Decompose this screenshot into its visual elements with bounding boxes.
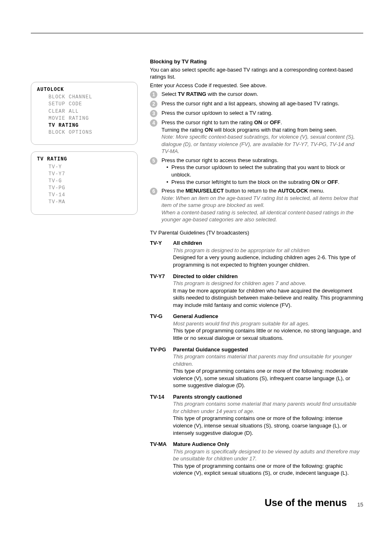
menu-item: TV-Y xyxy=(37,164,131,170)
step-6: 6 Press the MENU/SELECT button to return… xyxy=(150,187,363,223)
menu-tv-rating: TV RATING TV-Y TV-Y7 TV-G TV-PG TV-14 TV… xyxy=(31,151,138,214)
menu-item: TV-Y7 xyxy=(37,171,131,177)
step-number-icon: 4 xyxy=(150,119,157,127)
step-text: will block programs with that rating fro… xyxy=(213,127,337,133)
step-text: Press the cursor right to access these s… xyxy=(161,157,279,163)
bold-label: OFF xyxy=(270,119,281,125)
step-text: or xyxy=(262,119,270,125)
rating-body: Directed to older children This program … xyxy=(173,273,363,309)
step-number-icon: 5 xyxy=(150,157,157,165)
rating-code: TV-Y xyxy=(150,239,170,268)
rating-row: TV-PG Parental Guidance suggested This p… xyxy=(150,346,363,389)
step-text: button to return to the xyxy=(224,188,278,194)
menu-item: TV-G xyxy=(37,178,131,184)
rating-tagline: This program is designed to be appropria… xyxy=(173,247,363,254)
step-text: . xyxy=(281,119,282,125)
menu-item: BLOCK CHANNEL xyxy=(37,94,131,100)
step-text: or xyxy=(320,179,327,185)
rating-code: TV-Y7 xyxy=(150,273,170,309)
note-text: When a content-based rating is selected,… xyxy=(161,209,354,223)
bold-label: TV RATING xyxy=(178,91,206,97)
rating-heading: General Audience xyxy=(173,313,363,320)
step-text: Turning the rating xyxy=(161,127,205,133)
step-number-icon: 2 xyxy=(150,100,157,108)
top-rule xyxy=(31,33,363,33)
step-1: 1 Select TV RATING with the cursor down. xyxy=(150,91,363,98)
step-number-icon: 6 xyxy=(150,188,157,195)
step-body: Press the cursor right to access these s… xyxy=(161,157,363,186)
rating-row: TV-Y7 Directed to older children This pr… xyxy=(150,273,363,309)
step-number-icon: 1 xyxy=(150,91,157,98)
rating-code: TV-PG xyxy=(150,346,170,389)
page-columns: AUTOLOCK BLOCK CHANNEL SETUP CODE CLEAR … xyxy=(31,58,363,481)
menu-title: AUTOLOCK xyxy=(37,86,131,93)
sublist-item: Press the cursor up/down to select the s… xyxy=(167,164,363,178)
menu-autolock: AUTOLOCK BLOCK CHANNEL SETUP CODE CLEAR … xyxy=(31,82,138,145)
rating-row: TV-G General Audience Most parents would… xyxy=(150,313,363,341)
rating-body: Mature Audience Only This program is spe… xyxy=(173,441,363,477)
guidelines-heading: TV Parental Guidelines (TV broadcasters) xyxy=(150,229,363,237)
rating-body: Parents strongly cautioned This program … xyxy=(173,393,363,437)
step-body: Press the cursor up/down to select a TV … xyxy=(161,109,363,117)
step-4: 4 Press the cursor right to turn the rat… xyxy=(150,119,363,155)
rating-heading: Parents strongly cautioned xyxy=(173,393,363,401)
rating-heading: Directed to older children xyxy=(173,273,363,280)
rating-code: TV-14 xyxy=(150,393,170,437)
intro-text: Enter your Access Code if requested. See… xyxy=(150,82,363,89)
bold-label: ON xyxy=(254,119,262,125)
footer-title: Use of the menus xyxy=(265,496,347,509)
rating-code: TV-G xyxy=(150,313,170,341)
rating-heading: Mature Audience Only xyxy=(173,441,363,448)
rating-heading: All children xyxy=(173,239,363,247)
rating-tagline: This program contains some material that… xyxy=(173,400,363,415)
section-heading: Blocking by TV Rating xyxy=(150,58,363,65)
step-text: with the cursor down. xyxy=(206,91,258,97)
menu-item: SETUP CODE xyxy=(37,101,131,107)
step-body: Select TV RATING with the cursor down. xyxy=(161,91,363,98)
menu-title: TV RATING xyxy=(37,156,131,163)
step-body: Press the cursor right to turn the ratin… xyxy=(161,119,363,155)
rating-code: TV-MA xyxy=(150,441,170,477)
rating-desc: It may be more appropriate for children … xyxy=(173,287,363,309)
bold-label: ON xyxy=(205,127,213,133)
rating-body: General Audience Most parents would find… xyxy=(173,313,363,341)
page-footer: Use of the menus 15 xyxy=(31,493,363,510)
rating-row: TV-MA Mature Audience Only This program … xyxy=(150,441,363,477)
rating-heading: Parental Guidance suggested xyxy=(173,346,363,353)
step-text: . xyxy=(338,179,339,185)
step-number-icon: 3 xyxy=(150,110,157,117)
menu-item: TV-PG xyxy=(37,185,131,191)
step-text: Select xyxy=(161,91,178,97)
bold-label: OFF xyxy=(327,179,338,185)
menu-item: CLEAR ALL xyxy=(37,108,131,115)
step-5: 5 Press the cursor right to access these… xyxy=(150,157,363,186)
note-text: Note: When an item on the age-based TV r… xyxy=(161,195,358,209)
rating-desc: Designed for a very young audience, incl… xyxy=(173,254,363,268)
left-column: AUTOLOCK BLOCK CHANNEL SETUP CODE CLEAR … xyxy=(31,58,138,481)
rating-tagline: This program contains material that pare… xyxy=(173,353,363,367)
menu-item: TV-14 xyxy=(37,192,131,198)
step-text: Press the xyxy=(161,188,186,194)
menu-item: BLOCK OPTIONS xyxy=(37,129,131,136)
sublist: Press the cursor up/down to select the s… xyxy=(161,164,363,186)
bold-label: AUTOLOCK xyxy=(278,188,308,194)
step-body: Press the cursor right and a list appear… xyxy=(161,100,363,108)
rating-tagline: This program is designed for children ag… xyxy=(173,280,363,287)
step-text: Press the cursor right to turn the ratin… xyxy=(161,119,254,125)
rating-tagline: This program is specifically designed to… xyxy=(173,448,363,462)
step-2: 2 Press the cursor right and a list appe… xyxy=(150,100,363,108)
menu-item-active: TV RATING xyxy=(37,122,131,129)
step-body: Press the MENU/SELECT button to return t… xyxy=(161,187,363,223)
menu-item: TV-MA xyxy=(37,199,131,205)
bold-label: ON xyxy=(311,179,320,185)
page-number: 15 xyxy=(357,501,363,509)
bold-label: MENU/SELECT xyxy=(186,188,224,194)
sublist-item: Press the cursor left/right to turn the … xyxy=(167,179,363,186)
note-text: Note: More specific context-based subrat… xyxy=(161,134,355,154)
rating-row: TV-14 Parents strongly cautioned This pr… xyxy=(150,393,363,437)
rating-desc: This type of programming contains little… xyxy=(173,327,363,341)
menu-item: MOVIE RATING xyxy=(37,115,131,122)
rating-tagline: Most parents would find this program sui… xyxy=(173,320,363,327)
right-column: Blocking by TV Rating You can also selec… xyxy=(150,58,363,481)
rating-desc: This type of programming contains one or… xyxy=(173,415,363,437)
